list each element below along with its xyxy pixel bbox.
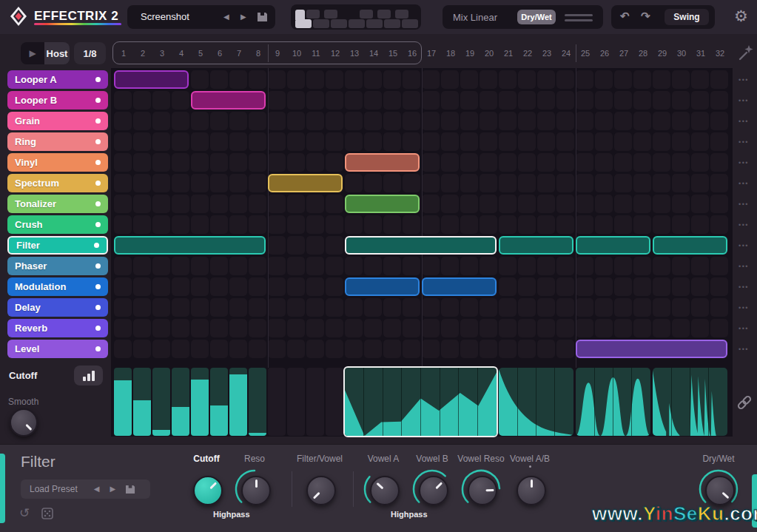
knob-cutoff[interactable]: Cutoff	[181, 454, 232, 517]
pattern-key[interactable]	[377, 10, 391, 18]
grid-cell[interactable]	[403, 215, 420, 234]
grid-cell[interactable]	[210, 70, 228, 89]
grid-cell[interactable]	[672, 195, 690, 213]
grid-cell[interactable]	[114, 195, 132, 213]
automation-step[interactable]	[152, 368, 170, 436]
grid-cell[interactable]	[249, 340, 266, 358]
grid-cell[interactable]	[229, 112, 247, 130]
grid-cell[interactable]	[249, 112, 266, 130]
grid-cell[interactable]	[152, 174, 170, 192]
grid-cell[interactable]	[537, 153, 555, 172]
effect-enabled-dot[interactable]	[95, 160, 101, 165]
grid-cell[interactable]	[326, 112, 343, 130]
grid-cell[interactable]	[172, 277, 189, 296]
grid-cell[interactable]	[653, 215, 670, 234]
grid-cell[interactable]	[441, 298, 459, 317]
grid-cell[interactable]	[268, 195, 286, 213]
grid-cell[interactable]	[480, 112, 497, 130]
grid-cell[interactable]	[191, 215, 209, 234]
grid-cell[interactable]	[633, 257, 651, 275]
grid-cell[interactable]	[306, 340, 324, 358]
step-number[interactable]: 24	[556, 49, 576, 58]
grid-cell[interactable]	[172, 132, 189, 151]
grid-cell[interactable]	[422, 91, 440, 110]
grid-cell[interactable]	[133, 132, 151, 151]
grid-cell[interactable]	[210, 174, 228, 192]
grid-cell[interactable]	[460, 340, 478, 358]
magic-wand-icon[interactable]	[739, 44, 753, 61]
host-button[interactable]: Host	[44, 42, 70, 64]
grid-cell[interactable]	[152, 215, 170, 234]
smooth-knob[interactable]	[10, 408, 38, 437]
grid-cell[interactable]	[672, 91, 690, 110]
effect-preset-next-button[interactable]: ▶	[110, 485, 115, 493]
step-number[interactable]: 23	[537, 49, 556, 58]
grid-cell[interactable]	[480, 257, 497, 275]
pattern-key[interactable]	[366, 19, 383, 28]
grid-cell[interactable]	[249, 319, 266, 337]
grid-cell[interactable]	[576, 91, 593, 110]
step-number[interactable]: 8	[249, 49, 268, 58]
step-number[interactable]: 30	[672, 49, 691, 58]
effect-block-filter[interactable]	[499, 236, 573, 255]
grid-cell[interactable]	[537, 70, 555, 89]
grid-cell[interactable]	[229, 340, 247, 358]
grid-cell[interactable]	[306, 195, 324, 213]
step-number[interactable]: 26	[595, 49, 614, 58]
grid-cell[interactable]	[672, 70, 690, 89]
grid-cell[interactable]	[172, 174, 189, 192]
grid-cell[interactable]	[403, 319, 420, 337]
grid-cell[interactable]	[326, 91, 343, 110]
grid-cell[interactable]	[480, 215, 497, 234]
grid-cell[interactable]	[422, 215, 440, 234]
grid-cell[interactable]	[633, 153, 651, 172]
grid-cell[interactable]	[710, 298, 728, 317]
grid-cell[interactable]	[499, 195, 517, 213]
automation-step[interactable]	[172, 368, 189, 436]
grid-cell[interactable]	[172, 153, 189, 172]
grid-cell[interactable]	[460, 153, 478, 172]
grid-cell[interactable]	[480, 153, 497, 172]
grid-cell[interactable]	[499, 112, 517, 130]
grid-cell[interactable]	[653, 319, 670, 337]
grid-cell[interactable]	[480, 132, 497, 151]
step-number[interactable]: 9	[268, 49, 287, 58]
grid-cell[interactable]	[210, 112, 228, 130]
grid-cell[interactable]	[172, 91, 189, 110]
effect-enabled-dot[interactable]	[95, 98, 101, 103]
grid-cell[interactable]	[249, 195, 266, 213]
grid-cell[interactable]	[460, 215, 478, 234]
row-menu[interactable]: •••	[734, 283, 753, 291]
sidebar-item-looper-b[interactable]: Looper B	[7, 91, 108, 110]
step-number[interactable]: 18	[441, 49, 460, 58]
grid-cell[interactable]	[460, 195, 478, 213]
grid-cell[interactable]	[653, 298, 670, 317]
step-number[interactable]: 5	[191, 49, 210, 58]
grid-cell[interactable]	[556, 195, 574, 213]
preset-prev-button[interactable]: ◀	[223, 13, 229, 21]
grid-cell[interactable]	[249, 174, 266, 192]
automation-step[interactable]	[268, 368, 286, 436]
knob-vowel-b[interactable]: Vowel B	[407, 454, 457, 517]
sidebar-item-ring[interactable]: Ring	[7, 132, 108, 151]
grid-cell[interactable]	[249, 277, 266, 296]
step-number[interactable]: 6	[210, 49, 229, 58]
grid-cell[interactable]	[691, 257, 709, 275]
grid-cell[interactable]	[345, 340, 363, 358]
grid-cell[interactable]	[499, 70, 517, 89]
grid-cell[interactable]	[633, 70, 651, 89]
grid-cell[interactable]	[576, 153, 593, 172]
grid-cell[interactable]	[653, 195, 670, 213]
grid-cell[interactable]	[326, 70, 343, 89]
grid-cell[interactable]	[133, 257, 151, 275]
grid-cell[interactable]	[172, 298, 189, 317]
grid-cell[interactable]	[114, 340, 132, 358]
grid-cell[interactable]	[672, 319, 690, 337]
grid-cell[interactable]	[441, 174, 459, 192]
grid-cell[interactable]	[710, 174, 728, 192]
grid-cell[interactable]	[518, 132, 536, 151]
grid-cell[interactable]	[249, 132, 266, 151]
grid-cell[interactable]	[268, 340, 286, 358]
grid-cell[interactable]	[441, 340, 459, 358]
grid-cell[interactable]	[114, 277, 132, 296]
